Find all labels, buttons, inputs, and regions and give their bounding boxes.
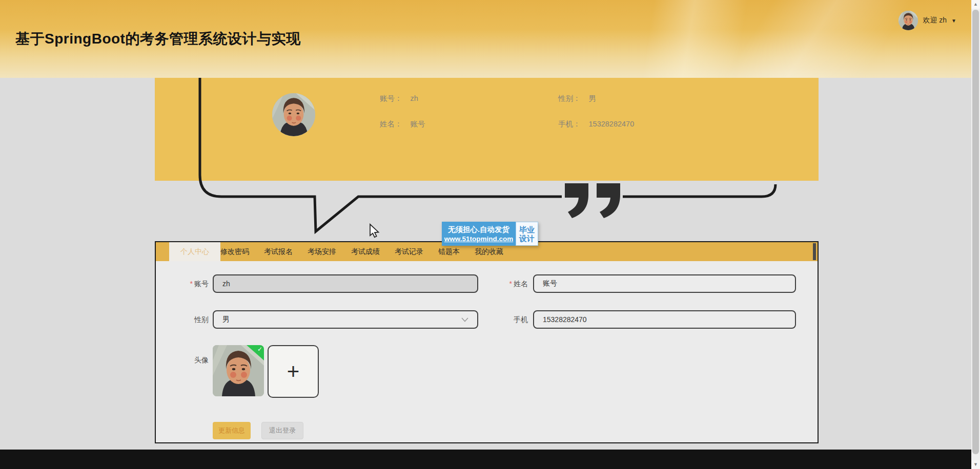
tab-exam-registration[interactable]: 考试报名 [264,242,293,261]
profile-avatar [272,93,315,136]
plus-icon: + [287,361,300,382]
watermark-line1: 无须担心.自动发货 [442,225,516,234]
gender-label: 性别 [156,310,209,329]
tab-exam-records[interactable]: 考试记录 [395,242,423,261]
scrollbar-down-arrow[interactable]: ▼ [971,460,980,469]
update-info-button[interactable]: 更新信息 [213,422,251,439]
card-scrollbar-thumb[interactable] [813,243,816,260]
profile-name-label: 姓名： [380,119,402,129]
page-scrollbar[interactable]: ▲ ▼ [971,0,980,469]
name-label: *姓名 [443,274,528,293]
profile-gender: 性别： 男 [558,93,634,103]
gender-select[interactable]: 男 [213,310,478,329]
tab-exam-scores[interactable]: 考试成绩 [351,242,380,261]
scrollbar-thumb[interactable] [972,10,979,454]
app-header: 基于SpringBoot的考务管理系统设计与实现 欢迎 zh ▼ [0,0,980,78]
header-light-ray [478,0,857,78]
scrollbar-up-arrow[interactable]: ▲ [971,0,980,9]
profile-account-label: 账号： [380,93,402,103]
account-label: *账号 [156,274,209,293]
account-input[interactable] [213,274,478,293]
phone-label: 手机 [443,310,528,329]
profile-account: 账号： zh [380,93,558,103]
tab-change-password[interactable]: 修改密码 [220,242,249,261]
quote-mark-icon [565,183,620,218]
avatar-upload-thumbnail[interactable]: ✓ [213,345,264,396]
page-footer [0,450,980,469]
tab-exam-room[interactable]: 考场安排 [308,242,336,261]
watermark-tag: 毕业 设计 [516,222,538,246]
caret-down-icon[interactable]: ▼ [951,18,956,24]
profile-name-value: 账号 [411,119,425,129]
watermark-ad[interactable]: 无须担心.自动发货 www.51topmind.com 毕业 设计 [442,222,538,246]
check-icon: ✓ [257,346,262,353]
watermark-text-box: 无须担心.自动发货 www.51topmind.com [442,222,516,246]
tab-personal-center[interactable]: 个人中心 [169,242,220,261]
profile-card: 个人中心 修改密码 考试报名 考场安排 考试成绩 考试记录 错题本 我的收藏 *… [155,241,819,443]
profile-info-grid: 账号： zh 性别： 男 姓名： 账号 手机： 15328282470 [380,93,634,129]
watermark-tag-bottom: 设计 [519,234,535,243]
user-avatar[interactable] [899,11,918,30]
profile-name: 姓名： 账号 [380,119,558,129]
avatar-label: 头像 [156,351,209,369]
required-asterisk: * [509,280,512,288]
phone-input[interactable] [533,310,796,329]
profile-gender-value: 男 [589,93,597,103]
name-input[interactable] [533,274,796,293]
gender-select-value: 男 [222,315,230,324]
watermark-tag-top: 毕业 [519,225,535,234]
avatar-upload-button[interactable]: + [268,345,319,398]
required-asterisk: * [190,280,193,288]
profile-account-value: zh [411,93,418,103]
profile-banner: 账号： zh 性别： 男 姓名： 账号 手机： 15328282470 [155,78,819,181]
page-title: 基于SpringBoot的考务管理系统设计与实现 [15,29,300,49]
logout-button[interactable]: 退出登录 [261,422,303,439]
welcome-text: 欢迎 zh [923,16,947,25]
profile-phone-value: 15328282470 [589,119,635,129]
profile-gender-label: 性别： [558,93,581,103]
mouse-cursor [369,223,382,239]
watermark-url[interactable]: www.51topmind.com [442,235,516,243]
profile-phone: 手机： 15328282470 [558,119,634,129]
user-menu[interactable]: 欢迎 zh ▼ [899,11,956,30]
profile-phone-label: 手机： [558,119,581,129]
